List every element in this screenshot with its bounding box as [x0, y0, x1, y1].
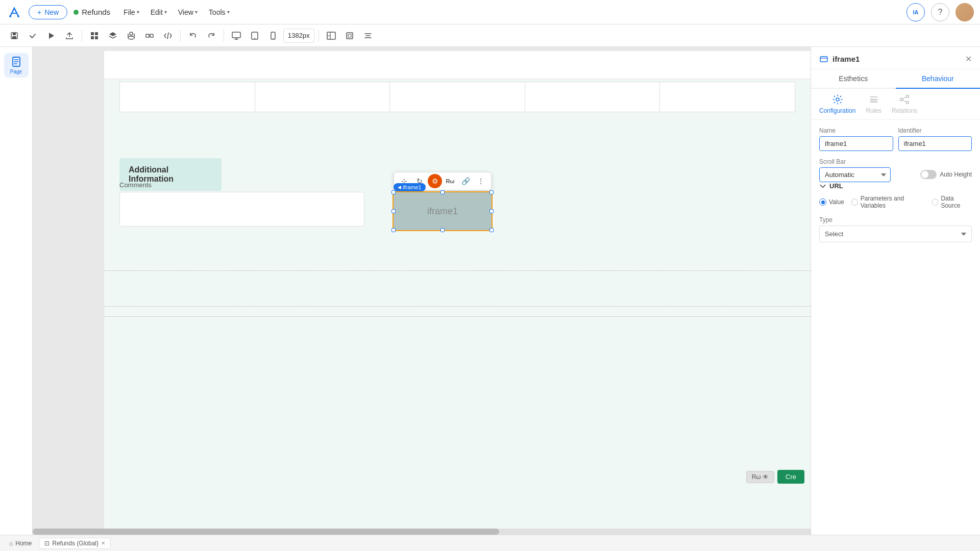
- handle-bm[interactable]: [440, 228, 445, 232]
- handle-ml[interactable]: [391, 209, 396, 213]
- save-button[interactable]: [6, 28, 22, 44]
- handle-bl[interactable]: [391, 228, 396, 232]
- view-menu[interactable]: View ▾: [173, 5, 203, 19]
- table-cell-4: [525, 82, 660, 112]
- identifier-input[interactable]: [898, 136, 972, 151]
- handle-tr[interactable]: [489, 190, 494, 194]
- play-button[interactable]: [43, 28, 59, 44]
- toolbar-sep-1: [82, 30, 82, 42]
- svg-rect-3: [13, 33, 16, 35]
- tab-behaviour[interactable]: Behaviour: [896, 69, 981, 89]
- handle-tm[interactable]: [440, 190, 445, 194]
- create-button[interactable]: Cre: [777, 470, 804, 484]
- auto-height-toggle[interactable]: [920, 170, 937, 179]
- export-button[interactable]: [61, 28, 78, 44]
- svg-point-28: [906, 102, 909, 104]
- url-section: URL Value Parameters and Variables Data …: [819, 182, 972, 209]
- sidebar-item-page[interactable]: Page: [4, 53, 29, 78]
- tab-refunds[interactable]: ⊡ Refunds (Global) ✕: [39, 538, 111, 549]
- divider-3: [104, 316, 811, 317]
- mobile-view[interactable]: [265, 28, 281, 44]
- panel-body: Name Identifier Scroll Bar Automatic: [811, 120, 980, 535]
- scroll-bar-select[interactable]: Automatic: [819, 167, 891, 182]
- topbar: + New Refunds File ▾ Edit ▾ View ▾ Tools…: [0, 0, 980, 24]
- tab-esthetics[interactable]: Esthetics: [811, 69, 896, 89]
- plus-icon: +: [37, 8, 41, 16]
- edit-menu[interactable]: Edit ▾: [145, 5, 172, 19]
- url-header[interactable]: URL: [819, 182, 972, 190]
- components-button[interactable]: [86, 28, 103, 44]
- subtab-configuration[interactable]: Configuration: [819, 94, 855, 114]
- file-menu[interactable]: File ▾: [118, 5, 144, 19]
- edit-arrow-icon: ▾: [164, 9, 167, 15]
- toolbar: 1382px: [0, 24, 980, 47]
- radio-datasource[interactable]: Data Source: [932, 195, 972, 209]
- comments-textarea[interactable]: [119, 192, 364, 227]
- radio-value-circle: [819, 198, 826, 206]
- type-select[interactable]: Select: [819, 226, 972, 242]
- auto-height-label: Auto Height: [940, 171, 972, 178]
- ia-button[interactable]: IA: [906, 3, 925, 21]
- auto-height-wrap: Auto Height: [920, 170, 972, 179]
- data-button[interactable]: [123, 28, 139, 44]
- panel-sub-tabs: Configuration Rω Rules Relations: [811, 89, 980, 120]
- handle-br[interactable]: [489, 228, 494, 232]
- refunds-tab-close[interactable]: ✕: [101, 540, 105, 546]
- layout-button[interactable]: [323, 28, 339, 44]
- type-label: Type: [819, 216, 972, 223]
- name-input[interactable]: [819, 136, 893, 151]
- user-avatar[interactable]: [955, 3, 974, 21]
- tab-home[interactable]: ⌂ Home: [4, 538, 37, 548]
- svg-rect-12: [146, 34, 149, 37]
- chevron-down-icon: [819, 183, 826, 190]
- svg-rect-20: [347, 33, 353, 39]
- tools-menu[interactable]: Tools ▾: [204, 5, 235, 19]
- iframe-link-icon[interactable]: 🔗: [458, 174, 473, 188]
- view-arrow-icon: ▾: [195, 9, 198, 15]
- svg-rect-23: [820, 57, 827, 62]
- handle-tl[interactable]: [391, 190, 396, 194]
- desktop-view[interactable]: [228, 28, 244, 44]
- relations-icon: [899, 94, 910, 105]
- iframe-settings-icon[interactable]: ⚙: [428, 174, 442, 188]
- check-button[interactable]: [24, 28, 41, 44]
- bottom-actions: Rω 👁 Cre: [746, 470, 804, 484]
- app-logo[interactable]: [6, 4, 22, 20]
- new-button[interactable]: + New: [29, 5, 67, 19]
- undo-button[interactable]: [185, 28, 201, 44]
- canvas-horizontal-scrollbar[interactable]: [33, 529, 811, 535]
- scroll-bar-group: Scroll Bar Automatic: [819, 158, 914, 182]
- align-button[interactable]: [360, 28, 376, 44]
- name-field-group: Name: [819, 127, 893, 151]
- svg-rect-7: [95, 32, 98, 35]
- svg-rect-8: [91, 36, 94, 39]
- subtab-relations[interactable]: Relations: [892, 94, 917, 114]
- subtab-rules[interactable]: Rω Rules: [866, 94, 881, 114]
- svg-rect-14: [232, 32, 240, 38]
- iframe-rx-icon[interactable]: Rω: [443, 174, 457, 188]
- iframe-box[interactable]: iframe1: [393, 191, 493, 231]
- code-button[interactable]: [160, 28, 176, 44]
- iframe-label-tag: ◀ iframe1: [394, 183, 426, 191]
- frame-button[interactable]: [341, 28, 358, 44]
- tablet-view[interactable]: [247, 28, 263, 44]
- main-layout: Page Additional Information: [0, 47, 980, 535]
- logic-button[interactable]: [141, 28, 158, 44]
- radio-params[interactable]: Parameters and Variables: [851, 195, 925, 209]
- radio-value[interactable]: Value: [819, 198, 844, 206]
- handle-mr[interactable]: [489, 209, 494, 213]
- svg-text:Rω: Rω: [871, 98, 877, 103]
- svg-point-16: [254, 38, 255, 39]
- tools-arrow-icon: ▾: [227, 9, 230, 15]
- home-icon: ⌂: [9, 540, 13, 547]
- rx-view-button[interactable]: Rω 👁: [746, 471, 774, 483]
- panel-close-button[interactable]: ✕: [965, 54, 972, 64]
- svg-rect-4: [12, 36, 16, 39]
- help-button[interactable]: ?: [931, 3, 949, 21]
- redo-button[interactable]: [203, 28, 219, 44]
- iframe-widget[interactable]: ⊹ ↻ ⚙ Rω 🔗 ⋮ ◀ iframe1 iframe1: [393, 191, 493, 231]
- svg-point-0: [9, 15, 11, 17]
- table-cell-5: [660, 82, 795, 112]
- layers-button[interactable]: [105, 28, 121, 44]
- iframe-more-icon[interactable]: ⋮: [474, 174, 488, 188]
